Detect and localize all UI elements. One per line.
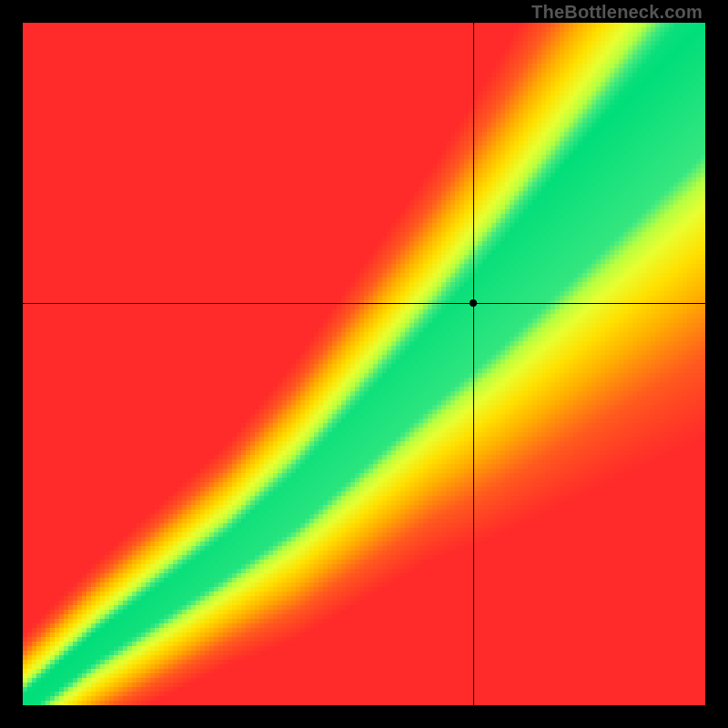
chart-frame: TheBottleneck.com (0, 0, 728, 728)
heatmap-plot (23, 23, 705, 705)
heatmap-canvas (23, 23, 705, 705)
watermark-text: TheBottleneck.com (531, 2, 703, 23)
evaluation-point (470, 299, 477, 307)
crosshair-vertical (473, 23, 474, 705)
crosshair-horizontal (23, 303, 705, 304)
